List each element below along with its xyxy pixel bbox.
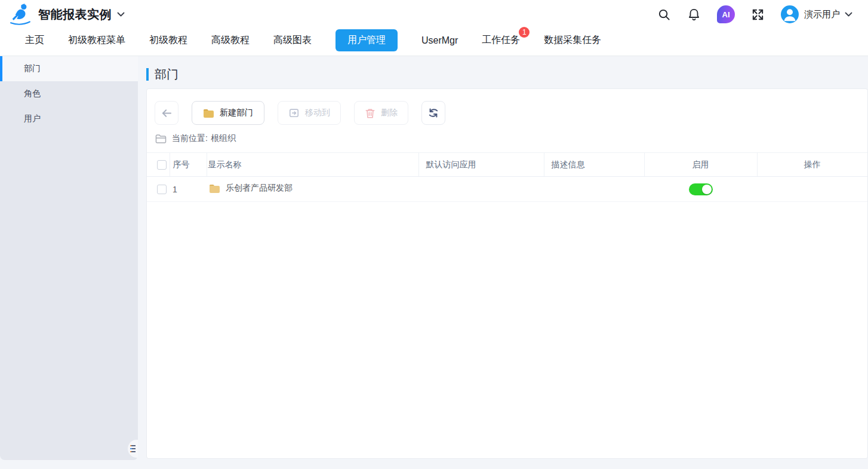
delete-button[interactable]: 删除 xyxy=(354,101,408,125)
cell-description xyxy=(544,177,644,202)
department-table: 序号显示名称默认访问应用描述信息启用操作 1 乐创者产品研发部 xyxy=(147,152,867,202)
move-to-button[interactable]: 移动到 xyxy=(278,101,341,125)
location-value: 根组织 xyxy=(211,133,236,144)
cell-enabled xyxy=(644,177,757,202)
enable-toggle[interactable] xyxy=(689,183,713,195)
search-icon[interactable] xyxy=(657,8,671,22)
chevron-down-icon xyxy=(845,12,852,17)
sidebar-item-roles[interactable]: 角色 xyxy=(0,81,138,106)
notification-badge: 1 xyxy=(519,27,530,38)
back-button[interactable] xyxy=(155,101,178,125)
app-body: 部门角色用户 部门 新建部门 移动到 xyxy=(0,56,868,469)
refresh-button[interactable] xyxy=(421,101,445,125)
nav-tab-data-collection-tasks[interactable]: 数据采集任务 xyxy=(544,29,601,51)
nav-tab-home[interactable]: 主页 xyxy=(25,29,44,51)
trash-icon xyxy=(365,108,375,119)
cell-name: 乐创者产品研发部 xyxy=(207,177,418,202)
column-header-seq: 序号 xyxy=(170,153,207,177)
table-row: 1 乐创者产品研发部 xyxy=(147,177,867,202)
main-content: 部门 新建部门 移动到 删除 xyxy=(138,56,868,469)
table-body: 1 乐创者产品研发部 xyxy=(147,177,867,202)
ai-assistant-icon[interactable]: AI xyxy=(717,5,735,23)
topbar: 智能报表实例 AI 演示用户 xyxy=(0,0,868,29)
app-logo-icon xyxy=(8,2,32,26)
sidebar: 部门角色用户 xyxy=(0,56,138,460)
chevron-down-icon[interactable] xyxy=(117,12,125,17)
sidebar-item-departments[interactable]: 部门 xyxy=(0,56,138,81)
fullscreen-icon[interactable] xyxy=(751,8,765,22)
nav-tab-user-management[interactable]: 用户管理 xyxy=(335,29,398,51)
move-to-icon xyxy=(288,108,300,118)
table-header-row: 序号显示名称默认访问应用描述信息启用操作 xyxy=(147,153,867,177)
ai-badge[interactable]: AI xyxy=(717,5,735,23)
sidebar-item-users[interactable]: 用户 xyxy=(0,106,138,131)
sidebar-collapse-handle[interactable] xyxy=(128,440,138,458)
page-head: 部门 xyxy=(138,56,868,88)
app-title: 智能报表实例 xyxy=(38,7,112,23)
column-header-name: 显示名称 xyxy=(207,153,418,177)
nav-tab-usermgr[interactable]: UserMgr xyxy=(421,30,458,51)
toolbar: 新建部门 移动到 删除 xyxy=(147,89,867,131)
new-department-button[interactable]: 新建部门 xyxy=(192,101,264,125)
user-avatar[interactable] xyxy=(781,5,799,23)
user-menu[interactable]: 演示用户 xyxy=(781,5,852,23)
folder-outline-icon xyxy=(155,134,167,144)
current-location: 当前位置: 根组织 xyxy=(147,131,867,152)
nav-tab-work-tasks[interactable]: 工作任务1 xyxy=(482,29,520,51)
column-header-actions: 操作 xyxy=(757,153,867,177)
refresh-icon xyxy=(427,107,439,119)
arrow-left-icon xyxy=(161,107,173,119)
row-checkbox[interactable] xyxy=(157,185,167,194)
nav-tab-advanced-charts[interactable]: 高级图表 xyxy=(273,29,312,51)
cell-actions xyxy=(757,177,867,202)
user-name: 演示用户 xyxy=(804,9,840,20)
nav-tab-advanced-tutorial[interactable]: 高级教程 xyxy=(211,29,250,51)
nav-tab-beginner-tutorial[interactable]: 初级教程 xyxy=(149,29,187,51)
content-card: 新建部门 移动到 删除 当前位置: 根组织 xyxy=(146,88,868,459)
cell-seq: 1 xyxy=(170,177,207,202)
nav-tab-beginner-tutorial-menu[interactable]: 初级教程菜单 xyxy=(68,29,125,51)
cell-default-app xyxy=(418,177,544,202)
select-all-checkbox[interactable] xyxy=(157,160,167,170)
column-header-default_app: 默认访问应用 xyxy=(418,153,544,177)
folder-icon xyxy=(203,108,214,118)
column-header-enabled: 启用 xyxy=(644,153,757,177)
location-label: 当前位置: xyxy=(172,133,208,144)
title-accent-bar xyxy=(146,68,149,81)
department-name[interactable]: 乐创者产品研发部 xyxy=(226,183,293,194)
page-title: 部门 xyxy=(146,66,868,82)
notification-bell-icon[interactable] xyxy=(687,7,701,22)
folder-icon xyxy=(209,183,220,194)
column-header-description: 描述信息 xyxy=(544,153,644,177)
main-nav: 主页初级教程菜单初级教程高级教程高级图表用户管理UserMgr工作任务1数据采集… xyxy=(0,29,868,56)
